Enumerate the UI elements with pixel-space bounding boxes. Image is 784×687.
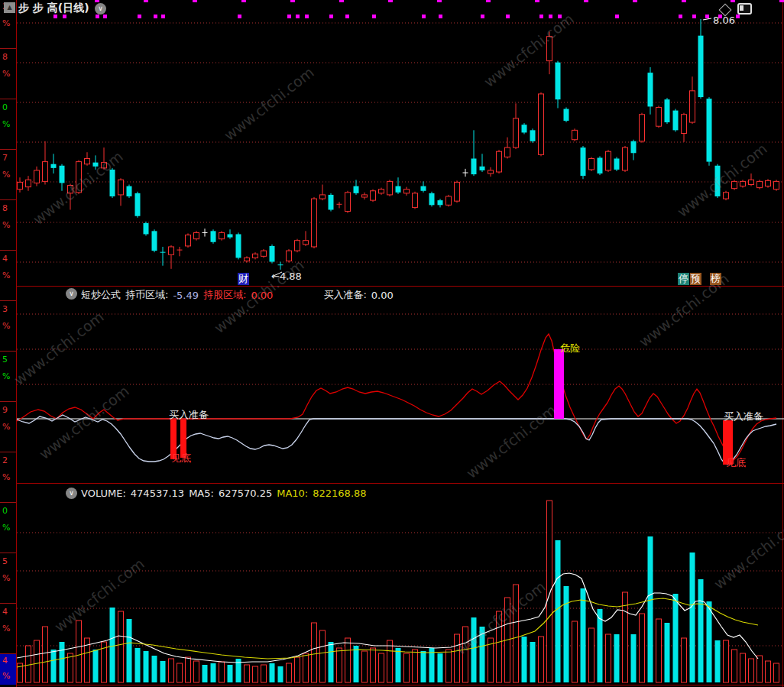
watermark-text: www.cfchi.com xyxy=(11,308,107,388)
panel-layout-icon[interactable] xyxy=(737,3,752,15)
quote-row-selected[interactable]: 4% xyxy=(0,654,16,685)
watermark-text: www.cfchi.com xyxy=(711,512,784,592)
chart-canvas[interactable]: www.cfchi.comwww.cfchi.comwww.cfchi.comw… xyxy=(0,0,784,687)
quote-row-value[interactable]: 7 xyxy=(2,153,8,163)
watermark-text: www.cfchi.com xyxy=(463,401,559,481)
volume-header: VOLUME: 474537.13 MA5: 627570.25 MA10: 8… xyxy=(81,488,367,499)
trading-app-window: www.cfchi.comwww.cfchi.comwww.cfchi.comw… xyxy=(0,0,784,687)
bang-button[interactable]: 榜 xyxy=(710,273,721,285)
quote-row-value[interactable]: 5 xyxy=(2,355,8,365)
quote-row-value[interactable]: 8 xyxy=(2,203,8,213)
buy-ready-label-right: 买入准备 xyxy=(724,410,763,423)
quote-row-value[interactable]: 0 xyxy=(2,102,8,112)
scroll-up-button[interactable]: ▲ xyxy=(4,2,15,13)
volume-value: 474537.13 xyxy=(131,488,184,499)
ma5-label: MA5: xyxy=(189,488,214,499)
ma10-label: MA10: xyxy=(277,488,308,499)
yu-button[interactable]: 预 xyxy=(690,273,701,285)
indicator-header: 短炒公式 持币区域: -5.49 持股区域: 0.00 买入准备: 0.00 xyxy=(81,288,394,302)
quote-row-value[interactable]: 4 xyxy=(2,254,8,264)
ting-button[interactable]: 停 xyxy=(678,273,689,285)
ma10-value: 822168.88 xyxy=(313,488,366,499)
quote-row-value[interactable]: 3 xyxy=(2,304,8,314)
page-title: 步 步 高(日线) xyxy=(18,2,89,15)
chevron-down-icon[interactable]: ∨ xyxy=(66,488,77,499)
indicator-name: 短炒公式 xyxy=(81,288,121,302)
field-value: -5.49 xyxy=(173,290,199,301)
watermark-text: www.cfchi.com xyxy=(674,140,770,220)
field-label: 买入准备: xyxy=(323,288,366,302)
bottom-signal-label-left: 见底 xyxy=(171,452,191,465)
quote-row-value[interactable]: 9 xyxy=(2,405,8,415)
watermark-text: www.cfchi.com xyxy=(36,382,132,462)
bottom-signal-label-right: 见底 xyxy=(726,456,746,470)
watermark-text: www.cfchi.com xyxy=(51,555,147,635)
field-label: 持币区域: xyxy=(125,288,168,302)
quote-list-sidebar[interactable]: 2%8%0%7%8%4%3%5%9%2%0%5%4%4% xyxy=(0,0,16,687)
quote-row-value[interactable]: 2 xyxy=(2,455,8,465)
volume-label: VOLUME: xyxy=(81,488,126,499)
chevron-down-icon[interactable]: ∨ xyxy=(66,288,77,300)
high-price-label: 8.06 xyxy=(713,15,735,26)
ma5-value: 627570.25 xyxy=(219,488,272,499)
field-value: 0.00 xyxy=(251,290,273,301)
field-value: 0.00 xyxy=(371,290,394,301)
quote-row-value[interactable]: 4 xyxy=(2,607,8,617)
watermark-text: www.cfchi.com xyxy=(221,63,317,144)
low-price-label: ←4.88 xyxy=(271,271,302,282)
cai-badge[interactable]: 财 xyxy=(238,273,249,285)
quote-row-value[interactable]: 8 xyxy=(2,52,8,62)
quote-row-value[interactable]: 0 xyxy=(2,506,8,516)
buy-ready-label-left: 买入准备 xyxy=(169,408,209,422)
field-label: 持股区域: xyxy=(203,288,246,302)
watermark-text: www.cfchi.com xyxy=(481,10,577,90)
quote-row-value[interactable]: 5 xyxy=(2,556,8,566)
chevron-down-icon[interactable]: ∨ xyxy=(95,3,106,15)
danger-label: 危险 xyxy=(560,342,580,355)
